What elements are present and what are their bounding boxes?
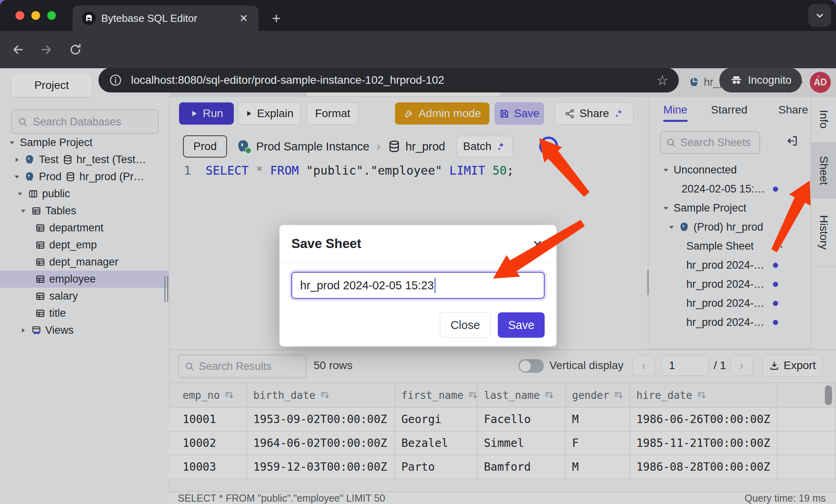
- bookmark-star-icon[interactable]: ☆: [657, 72, 668, 88]
- maximize-window-button[interactable]: [47, 11, 56, 20]
- text-caret: [435, 278, 436, 293]
- forward-button[interactable]: [38, 42, 54, 58]
- browser-chrome: Bytebase SQL Editor ✕ + localhost: [0, 0, 836, 68]
- browser-menu-icon[interactable]: ⋮: [811, 69, 826, 91]
- minimize-window-button[interactable]: [31, 11, 40, 20]
- browser-tab-title: Bytebase SQL Editor: [101, 12, 238, 25]
- site-info-icon[interactable]: [109, 73, 122, 87]
- incognito-badge: Incognito: [719, 68, 802, 92]
- reload-button[interactable]: [67, 42, 83, 58]
- incognito-label: Incognito: [748, 74, 792, 87]
- sheet-name-value: hr_prod 2024-02-05 15:23: [300, 279, 434, 292]
- browser-tabstrip: Bytebase SQL Editor ✕ +: [0, 0, 836, 31]
- url-text: localhost:8080/sql-editor/prod-sample-in…: [131, 74, 657, 87]
- incognito-icon: [730, 73, 743, 87]
- back-button[interactable]: [10, 42, 26, 58]
- url-bar[interactable]: localhost:8080/sql-editor/prod-sample-in…: [98, 68, 679, 92]
- dialog-close-icon[interactable]: ✕: [530, 237, 545, 253]
- bytebase-favicon-icon: [82, 12, 96, 25]
- dialog-title: Save Sheet: [291, 236, 361, 251]
- browser-tab-close-icon[interactable]: ✕: [238, 12, 250, 24]
- save-sheet-dialog: Save Sheet ✕ hr_prod 2024-02-05 15:23 Cl…: [279, 225, 557, 346]
- browser-tab[interactable]: Bytebase SQL Editor ✕: [73, 6, 258, 31]
- dialog-divider: [279, 263, 557, 263]
- browser-window: Bytebase SQL Editor ✕ + localhost: [0, 0, 836, 504]
- close-window-button[interactable]: [15, 11, 24, 20]
- browser-toolbar: localhost:8080/sql-editor/prod-sample-in…: [0, 31, 836, 68]
- side-panel-icon[interactable]: [692, 71, 705, 84]
- new-tab-button[interactable]: +: [267, 9, 286, 28]
- tab-search-chevron-button[interactable]: [808, 4, 831, 27]
- sheet-name-input[interactable]: hr_prod 2024-02-05 15:23: [291, 272, 545, 299]
- dialog-close-button[interactable]: Close: [440, 312, 491, 338]
- dialog-save-button[interactable]: Save: [498, 312, 545, 338]
